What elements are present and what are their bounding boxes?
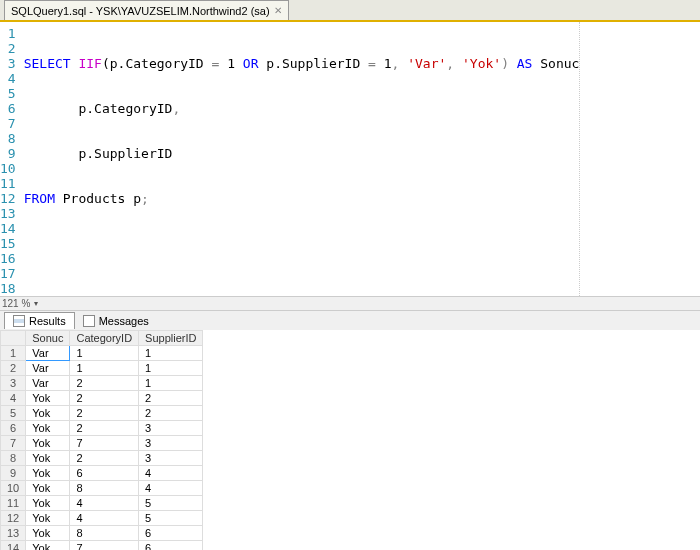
line-number: 9 <box>0 146 16 161</box>
zoom-bar: 121 % ▾ <box>0 296 700 310</box>
code-content[interactable]: SELECT IIF(p.CategoryID = 1 OR p.Supplie… <box>24 22 580 296</box>
line-number: 10 <box>0 161 16 176</box>
row-number: 11 <box>1 496 26 511</box>
cell-sonuc[interactable]: Yok <box>26 466 70 481</box>
cell-supplierid[interactable]: 2 <box>139 406 203 421</box>
table-row[interactable]: 11Yok45 <box>1 496 203 511</box>
cell-categoryid[interactable]: 8 <box>70 481 139 496</box>
cell-categoryid[interactable]: 6 <box>70 466 139 481</box>
table-row[interactable]: 8Yok23 <box>1 451 203 466</box>
cell-supplierid[interactable]: 5 <box>139 496 203 511</box>
cell-categoryid[interactable]: 2 <box>70 451 139 466</box>
cell-categoryid[interactable]: 2 <box>70 421 139 436</box>
tab-messages-label: Messages <box>99 315 149 327</box>
cell-sonuc[interactable]: Yok <box>26 496 70 511</box>
cell-sonuc[interactable]: Yok <box>26 436 70 451</box>
row-number: 13 <box>1 526 26 541</box>
cell-sonuc[interactable]: Yok <box>26 526 70 541</box>
results-tab-bar: Results Messages <box>0 310 700 330</box>
line-number: 15 <box>0 236 16 251</box>
line-number: 1 <box>0 26 16 41</box>
cell-sonuc[interactable]: Yok <box>26 391 70 406</box>
line-number: 14 <box>0 221 16 236</box>
table-row[interactable]: 1Var11 <box>1 346 203 361</box>
table-row[interactable]: 10Yok84 <box>1 481 203 496</box>
cell-categoryid[interactable]: 7 <box>70 436 139 451</box>
cell-supplierid[interactable]: 6 <box>139 526 203 541</box>
col-header-categoryid[interactable]: CategoryID <box>70 331 139 346</box>
table-row[interactable]: 7Yok73 <box>1 436 203 451</box>
tab-results-label: Results <box>29 315 66 327</box>
table-row[interactable]: 9Yok64 <box>1 466 203 481</box>
cell-supplierid[interactable]: 4 <box>139 466 203 481</box>
row-number: 4 <box>1 391 26 406</box>
table-row[interactable]: 14Yok76 <box>1 541 203 551</box>
zoom-level[interactable]: 121 % <box>2 298 30 309</box>
table-row[interactable]: 6Yok23 <box>1 421 203 436</box>
line-number: 5 <box>0 86 16 101</box>
cell-sonuc[interactable]: Yok <box>26 421 70 436</box>
cell-sonuc[interactable]: Var <box>26 361 70 376</box>
cell-categoryid[interactable]: 2 <box>70 376 139 391</box>
results-grid[interactable]: Sonuc CategoryID SupplierID 1Var112Var11… <box>0 330 203 550</box>
cell-categoryid[interactable]: 4 <box>70 496 139 511</box>
line-number: 7 <box>0 116 16 131</box>
row-number: 9 <box>1 466 26 481</box>
cell-supplierid[interactable]: 2 <box>139 391 203 406</box>
cell-supplierid[interactable]: 3 <box>139 451 203 466</box>
file-tab-label: SQLQuery1.sql - YSK\YAVUZSELIM.Northwind… <box>11 5 270 17</box>
col-header-supplierid[interactable]: SupplierID <box>139 331 203 346</box>
cell-categoryid[interactable]: 1 <box>70 361 139 376</box>
cell-categoryid[interactable]: 4 <box>70 511 139 526</box>
line-number: 8 <box>0 131 16 146</box>
col-header-sonuc[interactable]: Sonuc <box>26 331 70 346</box>
cell-supplierid[interactable]: 1 <box>139 376 203 391</box>
cell-sonuc[interactable]: Var <box>26 376 70 391</box>
table-row[interactable]: 3Var21 <box>1 376 203 391</box>
line-number: 3 <box>0 56 16 71</box>
line-number: 13 <box>0 206 16 221</box>
table-row[interactable]: 5Yok22 <box>1 406 203 421</box>
cell-supplierid[interactable]: 5 <box>139 511 203 526</box>
line-number: 17 <box>0 266 16 281</box>
line-number: 18 <box>0 281 16 296</box>
row-number: 8 <box>1 451 26 466</box>
table-row[interactable]: 13Yok86 <box>1 526 203 541</box>
cell-sonuc[interactable]: Yok <box>26 481 70 496</box>
cell-sonuc[interactable]: Yok <box>26 406 70 421</box>
cell-supplierid[interactable]: 6 <box>139 541 203 551</box>
chevron-down-icon[interactable]: ▾ <box>34 299 38 308</box>
cell-sonuc[interactable]: Yok <box>26 541 70 551</box>
grid-body: 1Var112Var113Var214Yok225Yok226Yok237Yok… <box>1 346 203 551</box>
row-number: 2 <box>1 361 26 376</box>
cell-categoryid[interactable]: 7 <box>70 541 139 551</box>
results-grid-area[interactable]: Sonuc CategoryID SupplierID 1Var112Var11… <box>0 330 700 550</box>
cell-supplierid[interactable]: 1 <box>139 361 203 376</box>
cell-categoryid[interactable]: 1 <box>70 346 139 361</box>
cell-sonuc[interactable]: Var <box>26 346 70 361</box>
line-number: 11 <box>0 176 16 191</box>
cell-supplierid[interactable]: 3 <box>139 421 203 436</box>
code-editor[interactable]: 123456789101112131415161718 SELECT IIF(p… <box>0 22 580 296</box>
close-icon[interactable]: ✕ <box>274 5 282 16</box>
table-row[interactable]: 12Yok45 <box>1 511 203 526</box>
cell-supplierid[interactable]: 1 <box>139 346 203 361</box>
row-number: 12 <box>1 511 26 526</box>
row-number: 7 <box>1 436 26 451</box>
tab-messages[interactable]: Messages <box>75 313 157 329</box>
table-row[interactable]: 4Yok22 <box>1 391 203 406</box>
table-row[interactable]: 2Var11 <box>1 361 203 376</box>
cell-sonuc[interactable]: Yok <box>26 451 70 466</box>
row-number: 14 <box>1 541 26 551</box>
tab-results[interactable]: Results <box>4 312 75 329</box>
row-number: 1 <box>1 346 26 361</box>
row-number: 10 <box>1 481 26 496</box>
cell-categoryid[interactable]: 2 <box>70 391 139 406</box>
cell-categoryid[interactable]: 8 <box>70 526 139 541</box>
cell-supplierid[interactable]: 3 <box>139 436 203 451</box>
cell-sonuc[interactable]: Yok <box>26 511 70 526</box>
file-tab[interactable]: SQLQuery1.sql - YSK\YAVUZSELIM.Northwind… <box>4 0 289 20</box>
row-number: 3 <box>1 376 26 391</box>
cell-categoryid[interactable]: 2 <box>70 406 139 421</box>
cell-supplierid[interactable]: 4 <box>139 481 203 496</box>
